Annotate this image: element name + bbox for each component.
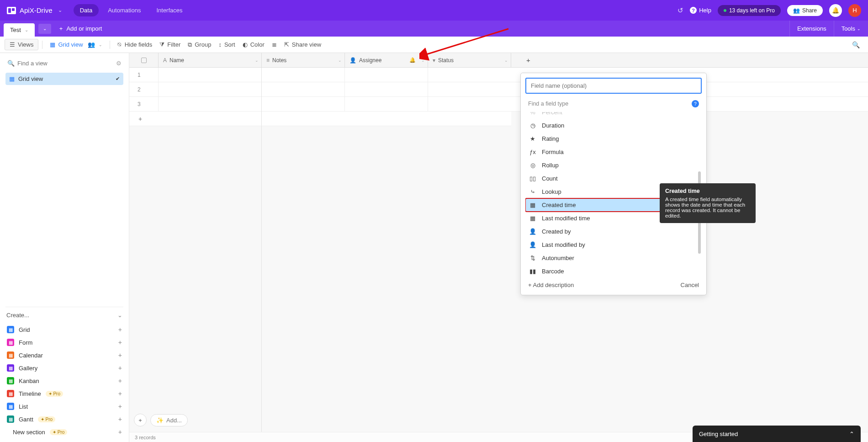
field-type-rating[interactable]: ★Rating	[525, 132, 696, 145]
field-type-last-modified-by[interactable]: 👤Last modified by	[525, 238, 696, 251]
create-kanban[interactable]: ▦Kanban+	[5, 374, 123, 387]
tools-button[interactable]: Tools ⌄	[834, 21, 868, 37]
col-name[interactable]: A Name ⌄	[159, 53, 262, 67]
gear-icon[interactable]: ⚙	[116, 60, 122, 67]
table-menu-button[interactable]: ⌄	[38, 24, 51, 34]
share-icon: ⇱	[284, 41, 289, 48]
field-type-barcode[interactable]: ▮▮Barcode	[525, 265, 696, 274]
workspace-switcher[interactable]: ApiX-Drive ⌄	[7, 6, 62, 14]
create-header[interactable]: Create... ⌄	[5, 307, 123, 323]
cell[interactable]	[159, 97, 262, 111]
field-type-autonumber[interactable]: ⇅Autonumber	[525, 251, 696, 265]
search-icon: 🔍	[7, 60, 15, 67]
col-assignee[interactable]: 👤 Assignee 🔔 ⌄	[345, 53, 428, 67]
find-view-input[interactable]	[17, 60, 113, 67]
create-gantt[interactable]: ▦Gantt✦ Pro+	[5, 413, 123, 426]
grid-view-button[interactable]: ▦ Grid view 👥 ⌄	[46, 39, 106, 50]
view-type-icon: ▦	[7, 415, 14, 423]
create-list[interactable]: ▦List+	[5, 400, 123, 413]
views-button[interactable]: ☰ Views	[5, 39, 38, 50]
color-button[interactable]: ◐ Color	[239, 39, 268, 50]
history-icon[interactable]: ↺	[677, 6, 683, 15]
cell[interactable]	[262, 68, 345, 82]
field-type-created-by[interactable]: 👤Created by	[525, 225, 696, 238]
sidebar-view-grid[interactable]: ▦ Grid view ✔	[5, 73, 123, 85]
sort-button[interactable]: ↕ Sort	[215, 39, 238, 50]
notifications-button[interactable]: 🔔	[829, 4, 842, 17]
cell[interactable]	[345, 68, 428, 82]
table-row[interactable]: 3	[129, 97, 868, 112]
grid-icon: ▦	[50, 41, 55, 48]
cell[interactable]	[159, 82, 262, 96]
filter-button[interactable]: ⧩ Filter	[156, 39, 184, 50]
float-add: + ✨ Add...	[134, 414, 188, 426]
plus-icon: +	[118, 390, 122, 397]
chevron-down-icon: ⌄	[25, 27, 28, 32]
new-section[interactable]: New section ✦ Pro +	[5, 426, 123, 438]
cancel-button[interactable]: Cancel	[681, 282, 699, 288]
add-field-button[interactable]: +	[511, 53, 545, 67]
trial-badge[interactable]: 13 days left on Pro	[718, 5, 781, 16]
hide-fields-button[interactable]: ⦰ Hide fields	[114, 39, 156, 50]
create-timeline[interactable]: ▦Timeline✦ Pro+	[5, 387, 123, 400]
extensions-button[interactable]: Extensions	[789, 21, 834, 37]
add-import-button[interactable]: + Add or import	[59, 25, 102, 32]
create-item-label: Form	[19, 339, 32, 346]
table-tab[interactable]: Test ⌄	[4, 23, 35, 37]
add-description-button[interactable]: + Add description	[528, 282, 574, 288]
create-grid[interactable]: ▦Grid+	[5, 323, 123, 336]
main: 🔍 ⚙ ▦ Grid view ✔ Create... ⌄ ▦Grid+▦For…	[0, 53, 868, 442]
cell[interactable]	[428, 82, 511, 96]
row-height-button[interactable]: ≣	[268, 39, 281, 50]
plus-icon: +	[118, 351, 122, 359]
cell[interactable]	[428, 68, 511, 82]
tab-interfaces[interactable]: Interfaces	[150, 4, 189, 16]
help-icon[interactable]: ?	[692, 100, 699, 107]
help-link[interactable]: ? Help	[690, 7, 711, 14]
add-row-button[interactable]: +	[129, 112, 511, 126]
create-calendar[interactable]: ▦Calendar+	[5, 349, 123, 362]
field-type-label: Percent	[542, 112, 562, 116]
chevron-down-icon: ⌄	[58, 7, 62, 13]
cell[interactable]	[345, 97, 428, 111]
col-status[interactable]: ▾ Status ⌄	[428, 53, 511, 67]
tab-data[interactable]: Data	[74, 4, 99, 16]
create-form[interactable]: ▦Form+	[5, 336, 123, 349]
field-name-input[interactable]	[525, 78, 702, 94]
share-view-button[interactable]: ⇱ Share view	[281, 39, 325, 50]
plus-icon: +	[118, 377, 122, 384]
create-gallery[interactable]: ▦Gallery+	[5, 362, 123, 374]
menu-icon: ☰	[10, 41, 15, 48]
field-type-duration[interactable]: ◷Duration	[525, 119, 696, 132]
chevron-down-icon: ⌄	[117, 312, 122, 319]
avatar[interactable]: H	[848, 4, 861, 17]
cell[interactable]	[159, 68, 262, 82]
cell[interactable]	[428, 97, 511, 111]
select-all-cell[interactable]	[129, 53, 159, 67]
tab-automations[interactable]: Automations	[101, 4, 147, 16]
field-type-label: Autonumber	[542, 255, 574, 261]
field-type-label: Created by	[542, 228, 571, 235]
color-icon: ◐	[243, 41, 248, 48]
logo-icon	[7, 7, 16, 14]
cell[interactable]	[262, 97, 345, 111]
share-button[interactable]: 👥 Share	[787, 5, 823, 16]
field-type-label: Rating	[542, 135, 559, 142]
plus-icon: +	[118, 364, 122, 372]
cell[interactable]	[262, 82, 345, 96]
getting-started-bar[interactable]: Getting started ⌃	[693, 426, 861, 442]
grid-icon: ▦	[9, 75, 15, 82]
add-menu-button[interactable]: ✨ Add...	[150, 414, 188, 426]
add-record-button[interactable]: +	[134, 414, 147, 426]
add-desc-label: Add description	[533, 282, 574, 288]
col-notes[interactable]: ≡ Notes ⌄	[262, 53, 345, 67]
table-row[interactable]: 1	[129, 68, 868, 82]
cell[interactable]	[345, 82, 428, 96]
search-button[interactable]: 🔍	[848, 41, 863, 48]
group-button[interactable]: ⧉ Group	[184, 39, 215, 50]
table-row[interactable]: 2	[129, 82, 868, 97]
field-type-formula[interactable]: ƒxFormula	[525, 145, 696, 159]
field-type-rollup[interactable]: ◎Rollup	[525, 159, 696, 172]
view-type-icon: ▦	[7, 339, 14, 346]
field-type-percent[interactable]: %Percent	[525, 112, 696, 119]
